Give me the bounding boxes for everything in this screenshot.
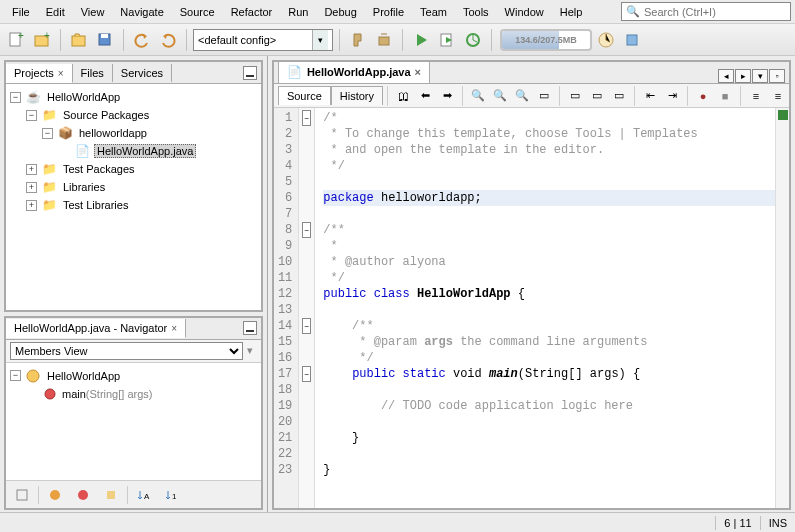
macro-stop-button[interactable]: ■	[714, 86, 736, 106]
toggle-bookmark-button[interactable]: ▭	[608, 86, 630, 106]
source-subtab[interactable]: Source	[278, 86, 331, 105]
filter-button[interactable]	[10, 483, 34, 507]
find-prev-button[interactable]: 🔍	[489, 86, 511, 106]
members-view-select[interactable]: Members View	[10, 342, 243, 360]
menu-file[interactable]: File	[4, 3, 38, 21]
find-selection-button[interactable]: 🔍	[467, 86, 489, 106]
sort-pos-button[interactable]: 1	[160, 483, 184, 507]
comment-button[interactable]: ≡	[745, 86, 767, 106]
method-icon	[42, 386, 58, 402]
search-input[interactable]	[644, 6, 786, 18]
navigator-tab[interactable]: HelloWorldApp.java - Navigator×	[6, 319, 186, 338]
tree-root[interactable]: − ☕ HelloWorldApp	[8, 88, 259, 106]
expander-icon[interactable]: −	[26, 110, 37, 121]
menu-refactor[interactable]: Refactor	[223, 3, 281, 21]
new-project-button[interactable]: +	[30, 28, 54, 52]
new-file-button[interactable]: +	[4, 28, 28, 52]
find-next-button[interactable]: 🔍	[511, 86, 533, 106]
gc-button[interactable]	[594, 28, 618, 52]
forward-button[interactable]: ➡	[436, 86, 458, 106]
svg-text:+: +	[44, 31, 50, 41]
cursor-position: 6 | 11	[724, 517, 751, 529]
plugin-button[interactable]	[620, 28, 644, 52]
profile-button[interactable]	[461, 28, 485, 52]
menu-profile[interactable]: Profile	[365, 3, 412, 21]
close-icon[interactable]: ×	[58, 68, 64, 79]
debug-button[interactable]	[435, 28, 459, 52]
search-icon: 🔍	[626, 5, 640, 18]
code-editor[interactable]: 1234567891011121314151617181920212223 −−…	[274, 108, 789, 508]
menu-navigate[interactable]: Navigate	[112, 3, 171, 21]
menu-tools[interactable]: Tools	[455, 3, 497, 21]
tree-source-packages[interactable]: − 📁 Source Packages	[8, 106, 259, 124]
tab-list-button[interactable]: ▾	[752, 69, 768, 83]
nav-class[interactable]: − HelloWorldApp	[8, 367, 259, 385]
show-fields-button[interactable]	[71, 483, 95, 507]
expander-icon[interactable]: +	[26, 164, 37, 175]
toggle-highlight-button[interactable]: ▭	[533, 86, 555, 106]
maximize-button[interactable]: ▫	[769, 69, 785, 83]
config-combo[interactable]: <default config> ▾	[193, 29, 333, 51]
files-tab[interactable]: Files	[73, 64, 113, 82]
tree-libraries[interactable]: + 📁 Libraries	[8, 178, 259, 196]
svg-rect-4	[72, 36, 85, 46]
menubar: File Edit View Navigate Source Refactor …	[0, 0, 795, 24]
line-number-gutter: 1234567891011121314151617181920212223	[274, 108, 299, 508]
expander-icon[interactable]: +	[26, 200, 37, 211]
editor-tab[interactable]: 📄 HelloWorldApp.java ×	[278, 60, 430, 83]
next-tab-button[interactable]: ▸	[735, 69, 751, 83]
menu-edit[interactable]: Edit	[38, 3, 73, 21]
run-button[interactable]	[409, 28, 433, 52]
fold-gutter[interactable]: −−−−	[299, 108, 315, 508]
services-tab[interactable]: Services	[113, 64, 172, 82]
project-tree[interactable]: − ☕ HelloWorldApp − 📁 Source Packages − …	[6, 84, 261, 310]
last-edit-button[interactable]: 🕮	[392, 86, 414, 106]
back-button[interactable]: ⬅	[414, 86, 436, 106]
tree-test-packages[interactable]: + 📁 Test Packages	[8, 160, 259, 178]
build-button[interactable]	[346, 28, 370, 52]
clean-build-button[interactable]	[372, 28, 396, 52]
menu-run[interactable]: Run	[280, 3, 316, 21]
close-icon[interactable]: ×	[171, 323, 177, 334]
menu-source[interactable]: Source	[172, 3, 223, 21]
quick-search[interactable]: 🔍	[621, 2, 791, 21]
menu-window[interactable]: Window	[497, 3, 552, 21]
redo-button[interactable]	[156, 28, 180, 52]
history-subtab[interactable]: History	[331, 86, 383, 105]
statusbar: 6 | 11 INS	[0, 512, 795, 532]
prev-bookmark-button[interactable]: ▭	[564, 86, 586, 106]
projects-tab[interactable]: Projects×	[6, 64, 73, 83]
svg-rect-6	[101, 34, 108, 38]
save-all-button[interactable]	[93, 28, 117, 52]
tree-file[interactable]: 📄 HelloWorldApp.java	[8, 142, 259, 160]
minimize-button[interactable]	[243, 66, 257, 80]
package-icon: 📦	[57, 125, 73, 141]
menu-team[interactable]: Team	[412, 3, 455, 21]
expander-icon[interactable]: +	[26, 182, 37, 193]
expander-icon[interactable]: −	[10, 370, 21, 381]
shift-right-button[interactable]: ⇥	[661, 86, 683, 106]
sort-alpha-button[interactable]: A	[132, 483, 156, 507]
nav-method[interactable]: main(String[] args)	[8, 385, 259, 403]
menu-debug[interactable]: Debug	[316, 3, 364, 21]
macro-record-button[interactable]: ●	[692, 86, 714, 106]
show-inherited-button[interactable]	[43, 483, 67, 507]
menu-view[interactable]: View	[73, 3, 113, 21]
navigator-tree[interactable]: − HelloWorldApp main(String[] args)	[6, 363, 261, 480]
memory-gauge[interactable]: 134.6/207.5MB	[500, 29, 592, 51]
prev-tab-button[interactable]: ◂	[718, 69, 734, 83]
next-bookmark-button[interactable]: ▭	[586, 86, 608, 106]
expander-icon[interactable]: −	[42, 128, 53, 139]
uncomment-button[interactable]: ≡	[767, 86, 789, 106]
expander-icon[interactable]: −	[10, 92, 21, 103]
shift-left-button[interactable]: ⇤	[639, 86, 661, 106]
minimize-button[interactable]	[243, 321, 257, 335]
tree-test-libraries[interactable]: + 📁 Test Libraries	[8, 196, 259, 214]
open-button[interactable]	[67, 28, 91, 52]
close-icon[interactable]: ×	[415, 66, 421, 78]
menu-help[interactable]: Help	[552, 3, 591, 21]
undo-button[interactable]	[130, 28, 154, 52]
tree-package[interactable]: − 📦 helloworldapp	[8, 124, 259, 142]
show-static-button[interactable]	[99, 483, 123, 507]
error-stripe[interactable]	[775, 108, 789, 508]
